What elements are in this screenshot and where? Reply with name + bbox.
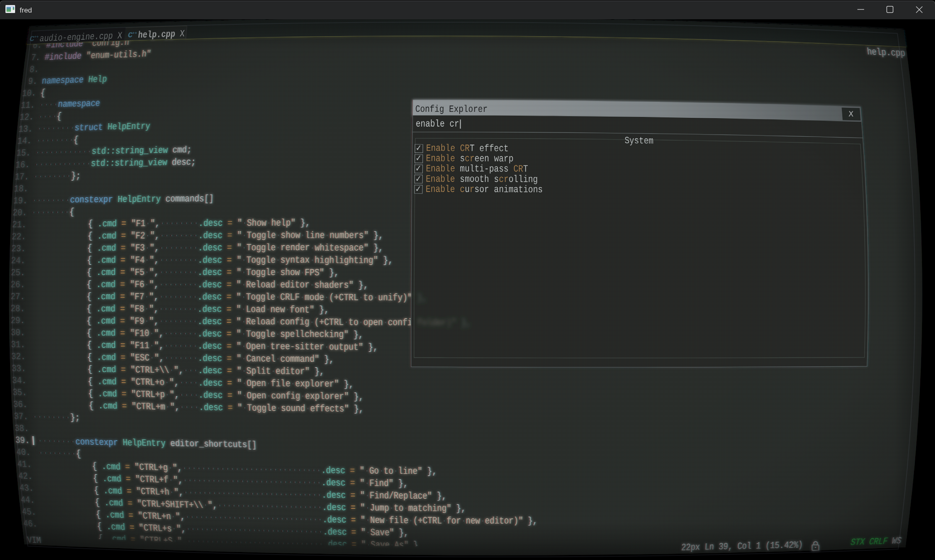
svg-text:fred: fred xyxy=(20,6,32,14)
